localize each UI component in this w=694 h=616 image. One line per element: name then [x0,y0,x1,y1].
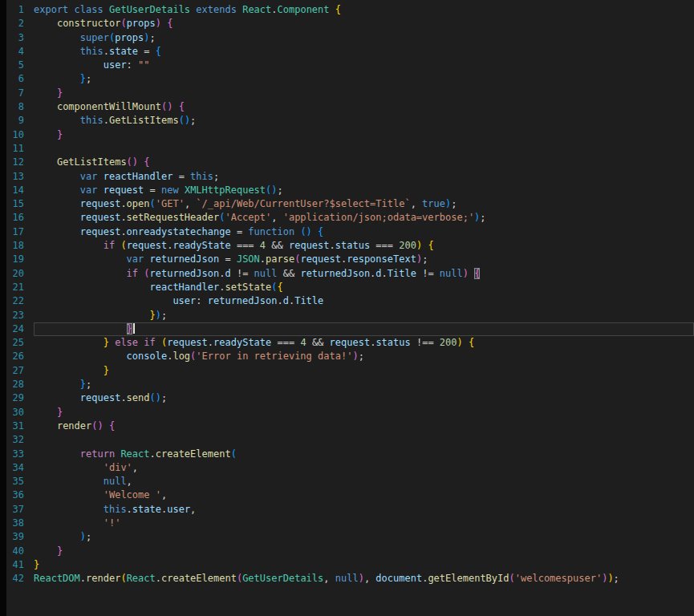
code-line-content[interactable]: request.open('GET', `/_api/Web/CurrentUs… [34,197,694,211]
code-area[interactable]: 1export class GetUserDetails extends Rea… [6,3,694,616]
code-line-content[interactable]: 'Welcome ', [34,488,694,502]
code-line[interactable]: 14 var request = new XMLHttpRequest(); [6,184,694,197]
code-line-content[interactable]: } [34,128,694,142]
code-line[interactable]: 10 } [6,128,694,142]
code-line[interactable]: 12 GetListItems() { [6,156,694,169]
code-line[interactable]: 11 [6,142,694,156]
code-line-content[interactable]: }; [34,378,694,391]
code-line[interactable]: 22 user: returnedJson.d.Title [6,294,694,308]
code-line-content[interactable]: } [34,322,694,336]
code-line-content[interactable]: this.state.user, [34,503,694,517]
code-line-content[interactable]: export class GetUserDetails extends Reac… [34,3,694,17]
token-plain [34,101,57,112]
code-line-content[interactable]: GetListItems() { [34,156,694,169]
code-line-content[interactable]: ReactDOM.render(React.createElement(GetU… [34,572,694,586]
code-line[interactable]: 3 super(props); [6,31,694,45]
code-line[interactable]: 18 if (request.readyState === 4 && reque… [6,239,694,253]
code-line[interactable]: 28 }; [6,378,694,391]
code-line[interactable]: 37 this.state.user, [6,503,694,517]
code-line[interactable]: 38 '!' [6,517,694,530]
code-line[interactable]: 27 } [6,364,694,378]
code-line-content[interactable]: if (request.readyState === 4 && request.… [34,239,694,253]
token-variable: Title [294,295,323,306]
code-line[interactable]: 29 request.send(); [6,391,694,405]
code-line-content[interactable]: var reactHandler = this; [34,170,694,184]
code-line[interactable]: 40 } [6,545,694,558]
code-line-content[interactable]: componentWillMount() { [34,100,694,114]
code-line-content[interactable]: user: "" [34,59,694,72]
code-line[interactable]: 31 render() { [6,419,694,433]
code-line[interactable]: 26 console.log('Error in retrieving data… [6,350,694,363]
code-line-content[interactable]: 'div', [34,461,694,475]
code-line-content[interactable]: super(props); [34,31,694,45]
code-line[interactable]: 15 request.open('GET', `/_api/Web/Curren… [6,197,694,211]
code-line[interactable]: 8 componentWillMount() { [6,100,694,114]
code-line-content[interactable]: user: returnedJson.d.Title [34,294,694,308]
code-line-content[interactable]: }; [34,72,694,86]
code-line-content[interactable]: ); [34,530,694,544]
token-keyword: null [103,476,127,487]
code-line-content[interactable]: }); [34,309,694,322]
code-line-content[interactable]: null, [34,475,694,488]
token-plain: . [120,392,126,403]
line-number: 6 [6,72,24,86]
code-line-content[interactable]: if (returnedJson.d != null && returnedJs… [34,267,694,281]
code-line-content[interactable]: return React.createElement( [34,448,694,461]
code-line[interactable]: 4 this.state = { [6,45,694,59]
code-line-content[interactable]: this.GetListItems(); [34,114,694,128]
code-line[interactable]: 23 }); [6,309,694,322]
code-line-content[interactable]: var request = new XMLHttpRequest(); [34,184,694,197]
token-type: GetUserDetails [242,573,323,584]
code-line[interactable]: 19 var returnedJson = JSON.parse(request… [6,253,694,266]
code-line-content[interactable]: request.onreadystatechange = function ()… [34,225,694,239]
code-line[interactable]: 30 } [6,406,694,419]
token-bracket-level2: ( [91,420,97,432]
code-line-content[interactable]: } [34,406,694,419]
code-line[interactable]: 1export class GetUserDetails extends Rea… [6,3,694,17]
code-line[interactable]: 25 } else if (request.readyState === 4 &… [6,336,694,350]
code-line[interactable]: 6 }; [6,72,694,86]
code-line-content[interactable]: } else if (request.readyState === 4 && r… [34,336,694,350]
code-line-content[interactable]: } [34,87,694,100]
code-line-content[interactable]: this.state = { [34,45,694,59]
code-line[interactable]: 36 'Welcome ', [6,488,694,502]
code-line[interactable]: 34 'div', [6,461,694,475]
code-line[interactable]: 35 null, [6,475,694,488]
token-plain: . [277,295,282,306]
line-number: 32 [6,433,24,447]
token-plain [34,115,80,126]
code-line-content[interactable]: '!' [34,517,694,530]
token-plain: . [271,4,277,15]
code-line[interactable]: 16 request.setRequestHeader('Accept', 'a… [6,211,694,225]
token-bracket-level2: } [57,129,63,140]
code-line-content[interactable]: request.setRequestHeader('Accept', 'appl… [34,211,694,225]
code-line-content[interactable]: } [34,364,694,378]
code-line[interactable]: 20 if (returnedJson.d != null && returne… [6,267,694,281]
editor-left-margin [0,0,6,616]
code-line[interactable]: 24 } [6,322,694,336]
code-line-content[interactable] [34,142,694,156]
code-line-content[interactable] [34,433,694,447]
code-line[interactable]: 42ReactDOM.render(React.createElement(Ge… [6,572,694,586]
token-plain [34,379,80,390]
code-line-content[interactable]: var returnedJson = JSON.parse(request.re… [34,253,694,266]
code-line[interactable]: 7 } [6,87,694,100]
code-line-content[interactable]: } [34,545,694,558]
code-line-content[interactable]: console.log('Error in retrieving data!')… [34,350,694,363]
code-line[interactable]: 41} [6,558,694,572]
code-line-content[interactable]: render() { [34,419,694,433]
code-line[interactable]: 32 [6,433,694,447]
code-line[interactable]: 2 constructor(props) { [6,17,694,30]
code-line-content[interactable]: } [34,558,694,572]
code-line[interactable]: 9 this.GetListItems(); [6,114,694,128]
token-bracket-level2: ) [463,268,469,279]
code-line-content[interactable]: constructor(props) { [34,17,694,30]
code-line[interactable]: 33 return React.createElement( [6,448,694,461]
code-line[interactable]: 39 ); [6,530,694,544]
code-line[interactable]: 17 request.onreadystatechange = function… [6,225,694,239]
code-line[interactable]: 13 var reactHandler = this; [6,170,694,184]
code-line[interactable]: 21 reactHandler.setState({ [6,281,694,294]
code-line-content[interactable]: request.send(); [34,391,694,405]
code-line-content[interactable]: reactHandler.setState({ [34,281,694,294]
code-line[interactable]: 5 user: "" [6,59,694,72]
